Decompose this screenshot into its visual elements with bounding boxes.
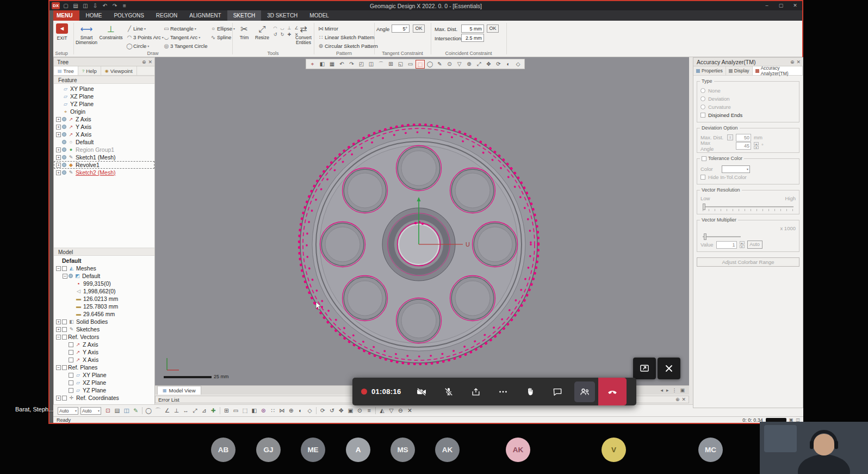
rect-tool-icon[interactable]: ▭ [231,406,240,415]
multiplier-value-input[interactable] [716,241,737,249]
precision-select[interactable]: Auto▾ [80,407,101,415]
pin-icon[interactable]: ⊕ [790,59,795,65]
feature-item-xy-plane[interactable]: ▱XY Plane [54,85,154,93]
participant-avatar-ms-4[interactable]: MS [390,438,415,462]
visibility-checkbox[interactable] [69,388,73,393]
expand-toggle[interactable]: − [56,335,61,340]
feature-item-default[interactable]: ○Default [54,138,154,146]
more-options-button[interactable] [489,378,517,405]
horizontal-icon[interactable]: ↔ [181,406,190,415]
expand-toggle[interactable]: + [56,170,61,175]
view-menu-icon[interactable]: ⋮ [672,387,677,393]
participant-avatar-a-3[interactable]: A [346,438,370,462]
target-icon[interactable]: ⊙ [355,406,364,415]
expand-toggle[interactable]: + [56,125,61,130]
adjust-colorbar-range-button[interactable]: Adjust Colorbar Range [697,257,799,267]
fill-region-icon[interactable]: ▣ [346,406,355,415]
visibility-checkbox[interactable] [62,396,67,401]
paint-select-icon[interactable]: ⊙ [445,60,454,69]
pin-icon[interactable]: ⊕ [675,397,680,402]
grid-snap-icon[interactable]: ⊞ [222,406,231,415]
diagonal-icon[interactable]: ⤢ [190,406,200,415]
expand-toggle[interactable]: + [56,163,61,168]
layers-icon[interactable]: ▤ [113,406,122,415]
zoom-fit-icon[interactable]: ⤢ [474,60,483,69]
model-item-ref-vectors[interactable]: −Ref. Vectors [54,333,154,341]
arc-down-icon[interactable]: ◡ [280,26,285,30]
circular-sketch-pattern-button[interactable]: ⊛Circular Sketch Pattern [317,42,378,50]
mic-off-button[interactable] [435,378,462,405]
model-item-z-axis[interactable]: ↗Z Axis [54,341,154,348]
diamond-icon[interactable]: ◇ [305,406,314,415]
slider-handle[interactable] [704,233,706,240]
ribbon-tab-model[interactable]: MODEL [303,10,335,21]
people-button[interactable] [571,378,598,405]
viewport-layout-icon[interactable]: ◰ [357,60,366,69]
delete-icon[interactable]: ✕ [405,406,414,415]
spinner[interactable]: ▲▼ [754,142,759,149]
rotate-cw-icon[interactable]: ↻ [280,32,285,37]
dropdown-caret-icon[interactable]: ▾ [144,27,146,30]
model-item-1-998-662-0[interactable]: ◁1,998,662(0) [54,287,154,295]
expand-toggle[interactable]: + [56,132,61,137]
perpendicular-icon[interactable]: ⊥ [287,26,292,30]
grid-icon[interactable]: ⊞ [386,60,395,69]
arc-up-icon[interactable]: ◠ [272,26,278,30]
new-file-icon[interactable]: ▢ [62,2,70,9]
visibility-checkbox[interactable] [69,380,73,385]
expand-toggle[interactable]: + [56,327,61,332]
tangent-ok-button[interactable]: OK [413,24,425,33]
tab-accuracy-analyzer[interactable]: Accuracy Analyzer(TM) [753,66,803,75]
webcam-tile[interactable] [760,422,868,474]
angle-tool-icon[interactable]: ∠ [163,406,172,415]
expand-toggle[interactable]: − [63,274,67,279]
model-item-126-0213-mm[interactable]: ▬126.0213 mm [54,295,154,303]
type-option-curvature[interactable]: Curvature [700,103,796,111]
dropdown-caret-icon[interactable]: ▾ [233,27,235,30]
close-icon[interactable]: ✕ [148,59,152,65]
smart-dimension-button[interactable]: ⟷ Smart Dimension [76,23,97,45]
radio-input[interactable] [700,88,705,93]
radio-input[interactable] [700,104,705,109]
view-split-icon[interactable]: ◧ [318,60,327,69]
ribbon-tab-alignment[interactable]: ALIGNMENT [183,10,227,21]
subtract-icon[interactable]: ⊖ [396,406,405,415]
color-select[interactable]: ▾ [722,165,750,173]
dropdown-caret-icon[interactable]: ▾ [195,27,196,30]
feature-item-revolve1[interactable]: +◆Revolve1 [54,161,154,169]
model-item-ref-planes[interactable]: −Ref. Planes [54,364,154,371]
close-icon[interactable]: ✕ [796,59,801,65]
popout-button[interactable] [633,358,656,379]
save-icon[interactable]: ◫ [82,2,89,9]
model-item-xz-plane[interactable]: ▱XZ Plane [54,379,154,386]
ellipse-button[interactable]: ○Ellipse▾ [209,24,235,33]
new-view-icon[interactable]: ▣ [680,387,685,393]
rotate-view-icon[interactable]: ⟳ [494,60,503,69]
tangent-arc-button[interactable]: ◡Tangent Arc▾ [163,33,207,41]
trim-button[interactable]: ✂ Trim [237,23,252,40]
expand-toggle[interactable]: − [56,266,61,271]
exit-sketch-button[interactable]: ◄ EXIT [54,23,70,41]
close-button[interactable]: ✕ [788,2,802,10]
perpendicular-tool-icon[interactable]: ⊥ [172,406,181,415]
visibility-checkbox[interactable] [62,327,67,332]
feature-item-sketch1-mesh[interactable]: +✎Sketch1 (Mesh) [54,153,154,161]
undo-view-icon[interactable]: ↺ [327,406,337,415]
close-icon[interactable]: ✕ [681,397,686,402]
circle-select-icon[interactable]: ◯ [425,60,435,69]
rotate-ccw-icon[interactable]: ↺ [272,32,278,37]
view-orientation-icon[interactable]: ◱ [396,60,405,69]
coincident-ok-button[interactable]: OK [487,24,499,33]
constraints-button[interactable]: ⊥ Constraints [100,23,122,40]
scroll-right-icon[interactable]: ▸ [666,387,669,393]
merge-icon[interactable]: ⊕ [287,406,296,415]
pattern-icon[interactable]: ⊛ [259,406,268,415]
dropdown-caret-icon[interactable]: ▾ [199,35,200,39]
feature-item-y-axis[interactable]: +↗Y Axis [54,123,154,131]
hangup-button[interactable] [598,378,627,405]
ribbon-tab-menu[interactable]: MENU [49,10,79,21]
convert-entities-button[interactable]: ⇄ Convert Entities [294,23,313,45]
visibility-checkbox[interactable] [69,373,73,378]
measure-arc-icon[interactable]: ⌒ [376,60,386,69]
participant-avatar-ak-5[interactable]: AK [435,438,460,462]
